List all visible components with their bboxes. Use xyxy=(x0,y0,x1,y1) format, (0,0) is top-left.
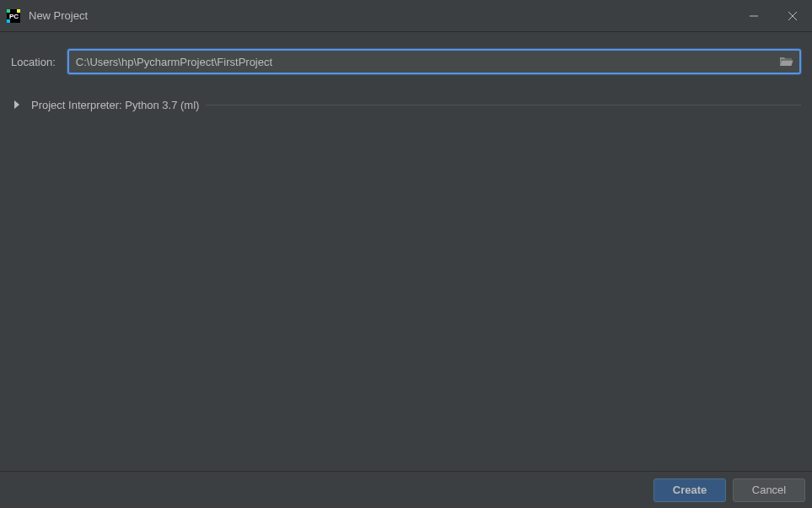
browse-folder-icon[interactable] xyxy=(774,57,799,67)
divider-line xyxy=(206,105,801,105)
chevron-right-icon[interactable] xyxy=(11,100,23,109)
footer: Create Cancel xyxy=(0,471,812,508)
svg-text:PC: PC xyxy=(9,13,19,20)
titlebar: PC New Project xyxy=(0,0,812,32)
location-label: Location: xyxy=(11,56,56,68)
minimize-button[interactable] xyxy=(734,0,773,31)
interpreter-label: Project Interpreter: Python 3.7 (ml) xyxy=(31,99,199,111)
cancel-button[interactable]: Cancel xyxy=(733,478,805,502)
location-input-wrap xyxy=(67,49,801,74)
content-area: Location: Project Interpreter: Python 3.… xyxy=(0,32,812,471)
create-button[interactable]: Create xyxy=(653,478,726,502)
interpreter-row[interactable]: Project Interpreter: Python 3.7 (ml) xyxy=(11,93,801,116)
close-button[interactable] xyxy=(773,0,812,31)
window-title: New Project xyxy=(29,9,734,22)
location-input[interactable] xyxy=(69,56,774,68)
pycharm-icon: PC xyxy=(7,9,20,23)
location-row: Location: xyxy=(11,49,801,74)
window-controls xyxy=(734,0,812,31)
